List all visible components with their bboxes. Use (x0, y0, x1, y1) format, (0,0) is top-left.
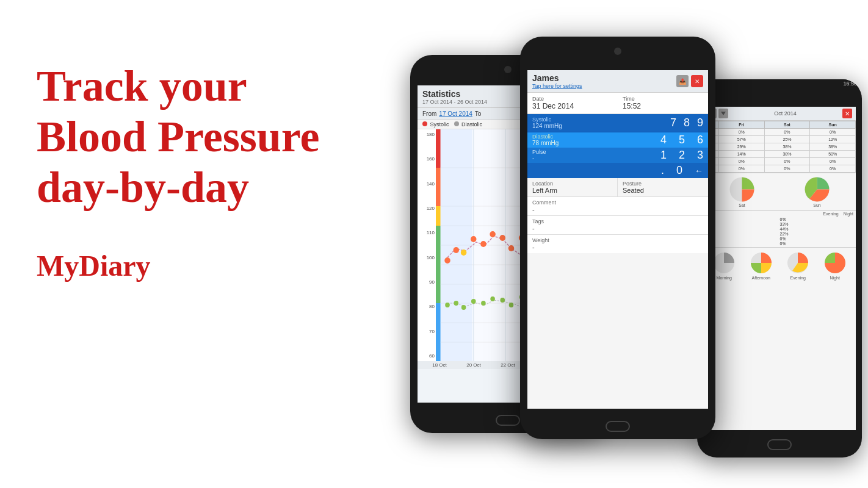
td-0: 0% (810, 129, 856, 136)
dia-dot-4 (471, 299, 476, 304)
numpad-row-3: Pulse - 1 2 3 (527, 148, 708, 163)
time-col-headers: Evening Night (706, 212, 853, 216)
band-low (436, 303, 441, 361)
entry-share-icon[interactable]: 📤 (676, 75, 689, 87)
sys-dot-2 (454, 247, 460, 253)
sys-dot-6 (490, 231, 496, 237)
band-normal (436, 226, 441, 303)
band-high (436, 168, 441, 206)
table-row: 14% 38% 50% (704, 151, 856, 158)
stats-title: Statistics (422, 89, 487, 99)
tags-row: Tags - (527, 216, 708, 235)
th-fri: Fri (718, 121, 764, 129)
front-phone-camera (614, 48, 621, 55)
evening-header: Evening (823, 212, 838, 216)
rp-date-label: Oct 2014 (774, 110, 797, 117)
numpad-2[interactable]: 2 (679, 149, 685, 162)
numpad-4[interactable]: 4 (660, 134, 667, 146)
pulse-display-label: Pulse - (532, 149, 651, 162)
numpad-9[interactable]: 9 (697, 117, 703, 129)
time-pie-row: Morning Afternoon (703, 247, 856, 284)
left-section: Track your Blood Pressure day-by-day MyD… (37, 61, 415, 282)
evening-pie-container: Evening (786, 251, 809, 280)
y-label-160: 160 (419, 156, 435, 162)
table-row: 57% 25% 12% (704, 136, 856, 143)
time-of-day-section: Evening Night 0%0% 25%33% 54%44% 21%22% … (703, 210, 856, 247)
location-value: Left Arm (532, 187, 612, 194)
diastolic-legend: Diastolic (454, 121, 483, 127)
morning-label: Morning (717, 276, 732, 280)
sys-dot-3 (461, 249, 467, 256)
entry-header: James Tap here for settings 📤 ✕ (527, 70, 708, 93)
diastolic-display-label: Diastolic 78 mmHg (532, 134, 651, 146)
diastolic-dot (454, 121, 459, 126)
band-danger (436, 129, 441, 168)
headline-line2: Blood Pressure (37, 112, 415, 162)
numpad-1[interactable]: 1 (660, 149, 667, 162)
x-label-18oct: 18 Oct (432, 362, 447, 368)
rp-nav-down[interactable] (718, 109, 728, 118)
numpad-7[interactable]: 7 (670, 117, 676, 129)
entry-user-name: James (532, 73, 582, 83)
headline-line1: Track your (37, 61, 415, 112)
systolic-numpad-value: 124 mmHg (532, 123, 665, 129)
entry-close-icon[interactable]: ✕ (691, 75, 703, 87)
date-label: Date (532, 96, 613, 102)
th-sun: Sun (810, 121, 856, 129)
systolic-numpad-label: Systolic (532, 117, 665, 123)
headline: Track your Blood Pressure day-by-day (37, 61, 415, 212)
y-label-70: 70 (419, 329, 435, 334)
location-label: Location (532, 181, 612, 187)
from-label: From (422, 110, 436, 117)
rp-close-icon[interactable]: ✕ (842, 109, 852, 118)
dia-dot-8 (509, 303, 514, 307)
right-phone-home[interactable] (767, 439, 792, 450)
rp-top-bar: Oct 2014 ✕ (703, 107, 856, 121)
back-phone-camera (504, 66, 512, 73)
entry-header-left: James Tap here for settings (532, 73, 582, 89)
afternoon-pie-container: Afternoon (750, 251, 773, 280)
posture-value: Seated (623, 187, 703, 194)
y-label-60: 60 (419, 353, 435, 359)
front-phone-home[interactable] (606, 421, 630, 432)
sys-dot-4 (471, 236, 477, 242)
sun-label: Sun (813, 203, 820, 207)
sun-pie-container: Sun (803, 176, 831, 207)
app-name: MyDiary (37, 249, 415, 282)
y-label-120: 120 (419, 206, 435, 211)
from-date[interactable]: 17 Oct 2014 (439, 110, 472, 117)
morning-pie-container: Morning (712, 251, 736, 280)
sys-dot-7 (500, 235, 506, 241)
table-row: 0% 0% 0% (704, 158, 856, 165)
numpad-backspace[interactable]: ← (695, 166, 703, 176)
numpad-row-4: . 0 ← (527, 163, 708, 178)
numpad-8[interactable]: 8 (684, 117, 690, 129)
sun-pie (803, 176, 831, 203)
evening-pie (786, 251, 809, 274)
y-label-90: 90 (419, 279, 435, 285)
numpad-row-2: Diastolic 78 mmHg 4 5 6 (527, 132, 708, 148)
svg-marker-1 (721, 112, 726, 115)
back-phone-home[interactable] (496, 415, 520, 426)
table-header-row: Fri Sat Sun (704, 121, 856, 129)
location-posture-row: Location Left Arm Posture Seated (527, 178, 708, 197)
dia-dot-2 (454, 301, 458, 306)
numpad-0[interactable]: 0 (676, 164, 682, 177)
comment-label: Comment (532, 199, 703, 206)
right-phone-screen: Oct 2014 ✕ Fri Sat Sun 0% 0% 0% (703, 107, 856, 430)
numpad-6[interactable]: 6 (697, 134, 703, 146)
numpad-3[interactable]: 3 (697, 149, 703, 162)
comment-value: - (532, 206, 703, 213)
rp-stats-table: Fri Sat Sun 0% 0% 0% 57% 25% 12% (703, 121, 856, 173)
numpad-5[interactable]: 5 (679, 134, 685, 146)
systolic-legend: Systolic (422, 121, 449, 127)
table-row: 0% 0% 0% (704, 129, 856, 136)
systolic-numpad-display: Systolic 124 mmHg 7 8 9 (527, 114, 708, 132)
night-pie-container: Night (823, 251, 847, 280)
weight-row: Weight - (527, 235, 708, 253)
td-0: 0% (764, 129, 810, 136)
dia-dot-6 (490, 296, 495, 301)
numpad-dot[interactable]: . (661, 164, 664, 177)
entry-settings-link[interactable]: Tap here for settings (532, 83, 582, 89)
phone-right: 16:56 Oct 2014 ✕ (697, 79, 862, 458)
